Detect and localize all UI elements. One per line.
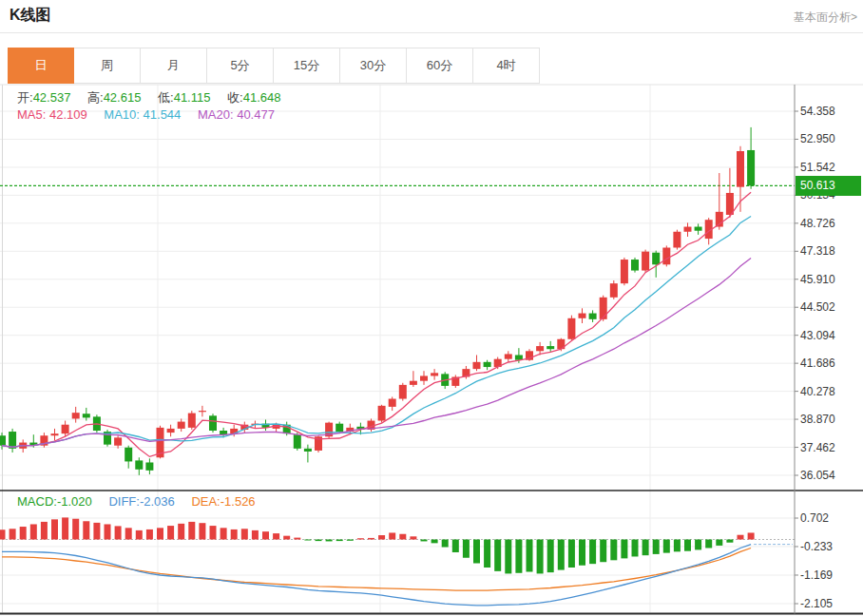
macd-axis-label: -0.233	[800, 540, 859, 553]
price-axis-label: 54.358	[800, 105, 859, 118]
open-label: 开:	[17, 90, 33, 105]
price-axis-label: 44.502	[800, 300, 859, 314]
high-value: 42.615	[104, 90, 142, 105]
price-axis-label: 38.870	[800, 413, 859, 426]
price-axis-label: 43.094	[800, 329, 859, 342]
close-value: 41.648	[243, 90, 281, 105]
ma5-value: 42.109	[49, 107, 87, 122]
price-axis-label: 47.318	[800, 244, 859, 258]
tab-6[interactable]: 60分	[407, 48, 473, 84]
low-value: 41.115	[174, 90, 211, 105]
ma20-value: 40.477	[237, 107, 275, 122]
price-axis-label: 36.054	[800, 469, 859, 482]
kline-page: K线图 基本面分析> 日周月5分15分30分60分4时 开:42.537 高:4…	[0, 0, 863, 616]
price-axis-label: 52.950	[800, 132, 859, 145]
macd-axis-label: -2.105	[800, 597, 859, 610]
ma10-value: 41.544	[144, 107, 182, 122]
price-axis-label: 37.462	[800, 441, 859, 454]
dea-label: DEA:	[191, 494, 220, 509]
macd-value: -1.020	[57, 494, 92, 509]
tab-4[interactable]: 15分	[274, 48, 340, 84]
high-label: 高:	[87, 90, 104, 105]
macd-histogram-group	[0, 517, 755, 573]
dea-line	[2, 549, 751, 591]
open-value: 42.537	[33, 90, 71, 105]
tab-3[interactable]: 5分	[207, 48, 274, 84]
tab-2[interactable]: 月	[141, 48, 207, 84]
price-axis-label: 40.278	[800, 385, 859, 398]
ohlc-info-row: 开:42.537 高:42.615 低:41.115 收:41.648	[17, 89, 280, 106]
candles-group	[0, 127, 755, 475]
tab-1[interactable]: 周	[74, 48, 141, 84]
ma10-label: MA10:	[104, 107, 140, 122]
ma5-label: MA5:	[17, 107, 46, 122]
tab-7[interactable]: 4时	[473, 48, 540, 84]
ma-info-row: MA5: 42.109 MA10: 41.544 MA20: 40.477	[17, 107, 275, 122]
macd-axis-label: 0.702	[800, 511, 859, 525]
ma5-line	[2, 192, 751, 456]
price-axis-label: 51.542	[800, 161, 859, 174]
ma20-label: MA20:	[198, 107, 234, 122]
macd-axis-label: -1.169	[800, 568, 859, 582]
macd-label: MACD:	[17, 494, 57, 509]
dea-value: -1.526	[221, 494, 256, 509]
ma20-line	[2, 259, 751, 448]
price-axis-label: 41.686	[800, 356, 859, 370]
price-axis-label: 45.910	[800, 273, 859, 286]
diff-label: DIFF:	[108, 494, 140, 509]
period-tabs: 日周月5分15分30分60分4时	[8, 48, 540, 84]
diff-value: -2.036	[140, 494, 175, 509]
tab-0-selected[interactable]: 日	[8, 48, 74, 84]
macd-info-row: MACD:-1.020 DIFF:-2.036 DEA:-1.526	[17, 494, 256, 509]
close-label: 收:	[227, 90, 243, 105]
last-price-tag: 50.613	[796, 176, 861, 196]
tab-5[interactable]: 30分	[340, 48, 407, 84]
low-label: 低:	[158, 90, 174, 105]
price-axis-label: 48.726	[800, 217, 859, 230]
